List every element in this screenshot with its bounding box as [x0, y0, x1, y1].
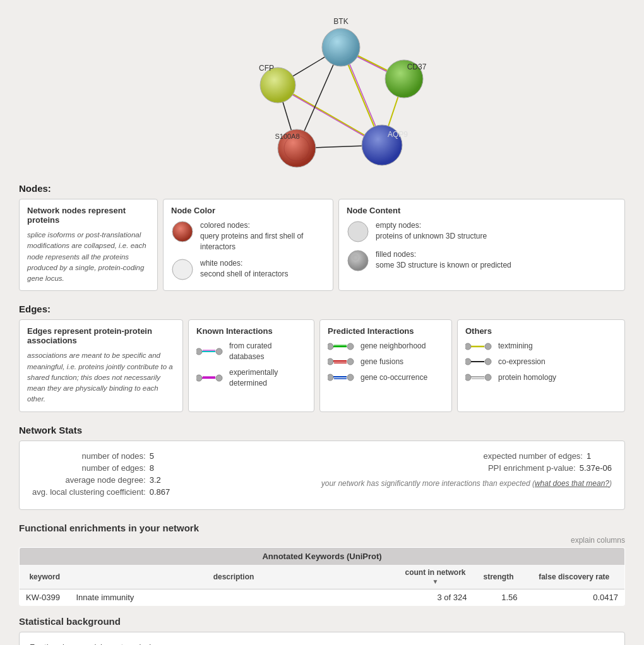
node-color-row1: colored nodes: query proteins and first … — [171, 220, 325, 252]
svg-text:S100A8: S100A8 — [275, 133, 299, 140]
svg-point-53 — [485, 358, 491, 365]
nodes-cards-row: Network nodes represent proteins splice … — [19, 199, 625, 291]
num-nodes-line: number of nodes: 5 — [82, 451, 175, 461]
predicted-row2: gene fusions — [328, 357, 444, 367]
known-interactions-card: Known Interactions from curated database… — [188, 319, 314, 411]
node-color-card: Node Color colored nodes: query proteins… — [163, 199, 333, 291]
stat-bg-section: Statistical background For the above enr… — [19, 616, 625, 646]
svg-point-28 — [196, 348, 202, 355]
svg-text:CFP: CFP — [259, 64, 274, 73]
nodes-section-label: Nodes: — [19, 183, 625, 194]
predicted-interactions-card: Predicted Interactions gene neighborhood — [319, 319, 452, 411]
gene-neighborhood-line — [328, 342, 355, 351]
nodes-desc-title: Network nodes represent proteins — [27, 206, 150, 225]
svg-point-51 — [465, 358, 471, 365]
known-row2: experimentally determined — [196, 367, 306, 389]
stat-bg-title: Statistical background — [19, 616, 625, 627]
svg-text:CD37: CD37 — [407, 62, 427, 71]
nodes-desc-card: Network nodes represent proteins splice … — [19, 199, 158, 291]
svg-text:BTK: BTK — [333, 17, 348, 26]
svg-point-31 — [216, 348, 222, 355]
ppi-pvalue-line: PPI enrichment p-value: 5.37e-06 — [488, 463, 612, 473]
white-node-icon — [171, 258, 194, 281]
nodes-desc-text: splice isoforms or post-translational mo… — [27, 230, 150, 284]
network-stats-section: Network Stats number of nodes: 5 number … — [19, 425, 625, 510]
edges-cards-row: Edges represent protein-protein associat… — [19, 319, 625, 411]
svg-point-26 — [348, 251, 368, 271]
svg-point-25 — [348, 222, 368, 242]
stats-right: expected number of edges: 1 PPI enrichme… — [200, 451, 612, 499]
svg-point-11 — [322, 28, 360, 66]
svg-point-35 — [216, 375, 222, 381]
explain-columns-link[interactable]: explain columns — [19, 536, 625, 545]
node-content-title: Node Content — [347, 206, 617, 215]
others-row2: co-expression — [465, 357, 617, 367]
cell-keyword: KW-0399 — [20, 589, 70, 605]
svg-point-36 — [328, 343, 333, 350]
stats-box: number of nodes: 5 number of edges: 8 av… — [19, 441, 625, 510]
svg-point-32 — [196, 375, 202, 381]
gene-cooccurrence-line — [328, 373, 355, 382]
col-header-description[interactable]: description — [70, 565, 398, 589]
known-interactions-title: Known Interactions — [196, 326, 306, 336]
predicted-row3: gene co-occurrence — [328, 372, 444, 383]
others-card: Others textmining co-expression — [457, 319, 625, 411]
svg-point-27 — [352, 254, 359, 261]
expected-edges-line: expected number of edges: 1 — [483, 451, 612, 461]
count-sort-arrow: ▼ — [432, 578, 439, 585]
svg-point-44 — [328, 374, 333, 381]
predicted-row1: gene neighborhood — [328, 341, 444, 352]
enrichment-table: Annotated Keywords (UniProt) keyword des… — [19, 547, 625, 606]
edges-desc-card: Edges represent protein-protein associat… — [19, 319, 183, 411]
enrichment-section: Functional enrichments in your network e… — [19, 523, 625, 606]
svg-point-24 — [172, 259, 193, 280]
node-content-row1: empty nodes: proteins of unknown 3D stru… — [347, 220, 617, 243]
curated-db-line — [196, 347, 224, 356]
svg-point-39 — [347, 343, 354, 350]
textmining-line — [465, 342, 493, 351]
protein-homology-line — [465, 373, 493, 382]
predicted-title: Predicted Interactions — [328, 326, 444, 336]
ppi-link[interactable]: what does that mean? — [535, 479, 609, 488]
node-color-title: Node Color — [171, 206, 325, 215]
svg-point-57 — [485, 374, 491, 381]
empty-node-icon — [347, 220, 369, 243]
svg-point-50 — [485, 343, 491, 350]
gene-fusions-line — [328, 357, 355, 366]
stat-bg-text: For the above enrichment analysis, the f… — [30, 641, 169, 646]
stats-left: number of nodes: 5 number of edges: 8 av… — [32, 451, 175, 499]
node-content-row2: filled nodes: some 3D structure is known… — [347, 249, 617, 272]
network-visualization: BTK CFP CD37 S100A8 AQP9 — [19, 6, 625, 183]
others-row3: protein homology — [465, 372, 617, 383]
avg-cluster-line: avg. local clustering coefficient: 0.867 — [32, 487, 175, 497]
svg-point-54 — [465, 374, 471, 381]
table-row: KW-0399 Innate immunity 3 of 324 1.56 0.… — [20, 589, 625, 605]
svg-point-13 — [260, 68, 295, 103]
known-row1: from curated databases — [196, 341, 306, 362]
cell-count: 3 of 324 — [398, 589, 474, 605]
enrichment-table-header: Annotated Keywords (UniProt) — [20, 547, 625, 565]
col-header-count[interactable]: count in network ▼ — [398, 565, 474, 589]
col-header-keyword[interactable]: keyword — [20, 565, 70, 589]
edges-section-label: Edges: — [19, 304, 625, 314]
cell-description: Innate immunity — [70, 589, 398, 605]
svg-point-40 — [328, 358, 333, 365]
num-edges-line: number of edges: 8 — [82, 463, 175, 473]
node-content-card: Node Content empty nodes: proteins of un… — [338, 199, 625, 291]
svg-text:AQP9: AQP9 — [388, 130, 408, 139]
experimentally-line — [196, 374, 224, 382]
network-stats-title: Network Stats — [19, 425, 625, 435]
col-header-strength[interactable]: strength — [474, 565, 524, 589]
avg-degree-line: average node degree: 3.2 — [65, 475, 174, 485]
node-color-row2: white nodes: second shell of interactors — [171, 258, 325, 281]
col-header-fdr[interactable]: false discovery rate — [524, 565, 625, 589]
others-row1: textmining — [465, 341, 617, 352]
cell-fdr: 0.0417 — [524, 589, 625, 605]
ppi-note: your network has significantly more inte… — [321, 479, 612, 488]
edges-desc-text: associations are meant to be specific an… — [27, 350, 175, 405]
cell-strength: 1.56 — [474, 589, 524, 605]
network-svg: BTK CFP CD37 S100A8 AQP9 — [215, 13, 429, 170]
svg-point-23 — [172, 222, 193, 242]
others-title: Others — [465, 326, 617, 336]
coexpression-line — [465, 357, 493, 366]
